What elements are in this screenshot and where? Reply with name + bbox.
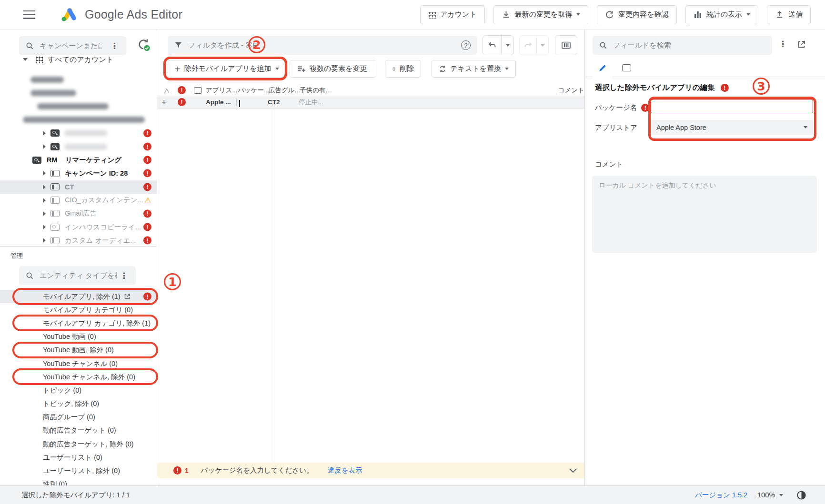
error-badge: ! [143, 183, 151, 191]
help-icon[interactable]: ? [461, 40, 471, 50]
entity-type-item[interactable]: 動的広告ターゲット (0) ! [0, 424, 157, 437]
tree-item[interactable]: ! ⚠ [0, 86, 157, 99]
kebab-menu-icon[interactable]: ⋮ [108, 42, 121, 50]
tree-item[interactable]: カスタム オーディエ... ! ⚠ [0, 234, 157, 247]
column-header[interactable]: アプリス... [206, 86, 238, 95]
delete-button[interactable]: 削除 [385, 60, 421, 78]
entity-type-item[interactable]: YouTube 動画 (0) ! [0, 330, 157, 344]
tree-item[interactable]: CT ! ⚠ [0, 180, 157, 194]
entity-type-item[interactable]: モバイルアプリ, 除外 (1) ! [0, 290, 157, 303]
expand-caret-icon[interactable] [43, 171, 46, 176]
top-app-bar: Google Ads Editor アカウント 最新の変更を取得 変更内容を確認… [0, 0, 825, 30]
refresh-icon [605, 10, 614, 19]
sidebar-item-all-accounts[interactable]: すべてのアカウント [0, 53, 157, 66]
tree-item[interactable]: ! ⚠ [0, 73, 157, 86]
expand-caret-icon[interactable] [43, 185, 46, 189]
entity-type-label: YouTube 動画 (0) [43, 332, 96, 341]
kebab-menu-icon[interactable]: ⋮ [117, 272, 131, 280]
campaign-search-input[interactable]: キャンペーンまたは広... ⋮ [19, 36, 126, 55]
column-header[interactable]: コメント [558, 86, 584, 95]
app-store-select[interactable]: Apple App Store [651, 120, 813, 135]
expand-caret-icon[interactable] [43, 225, 46, 229]
tab-comments[interactable] [618, 59, 635, 77]
entity-type-item[interactable]: YouTube チャンネル (0) ! [0, 357, 157, 370]
entity-type-item[interactable]: YouTube 動画, 除外 (0) ! [0, 344, 157, 357]
chevron-down-icon[interactable] [568, 467, 578, 474]
get-recent-changes-button[interactable]: 最新の変更を取得 [493, 5, 589, 24]
add-negative-mobile-app-button[interactable]: + 除外モバイルアプリを追加 [168, 60, 285, 78]
caret-down-icon[interactable] [746, 13, 750, 16]
table-row[interactable]: + ! Apple ... CT2 停止中... [157, 96, 584, 109]
entity-type-item[interactable]: 動的広告ターゲット, 除外 (0) ! [0, 437, 157, 451]
column-header[interactable]: 広告グル... [269, 86, 300, 95]
tree-item[interactable]: ! ⚠ [0, 140, 157, 153]
display-campaign-icon [50, 170, 60, 177]
column-header[interactable]: パッケー... [238, 86, 269, 95]
hamburger-menu-icon[interactable] [23, 10, 35, 19]
caret-down-icon[interactable] [275, 68, 279, 70]
expand-caret-icon[interactable] [43, 131, 46, 136]
post-button-label: 送信 [788, 10, 803, 19]
change-status-icon[interactable]: △ [157, 87, 173, 94]
entity-type-search-input[interactable]: エンティティ タイプを検索 ⋮ [19, 266, 136, 285]
edit-multiple-button[interactable]: 複数の要素を変更 [290, 60, 376, 78]
expand-caret-icon[interactable] [43, 238, 46, 243]
undo-button[interactable] [483, 35, 514, 55]
comment-column-icon[interactable] [194, 87, 202, 94]
view-violations-link[interactable]: 違反を表示 [328, 466, 362, 475]
caret-down-icon[interactable] [576, 13, 580, 16]
expand-caret-icon[interactable] [43, 144, 46, 149]
warning-icon: ⚠ [144, 196, 151, 204]
tree-item[interactable]: CIO_カスタムインテン... ! ⚠ [0, 194, 157, 207]
expand-caret-icon[interactable] [43, 211, 46, 216]
external-link-icon[interactable] [124, 293, 131, 300]
undo-dropdown[interactable] [501, 36, 513, 55]
check-changes-button[interactable]: 変更内容を確認 [597, 5, 676, 24]
accounts-button[interactable]: アカウント [420, 5, 485, 24]
tree-item-label: CIO_カスタムインテン... [65, 196, 143, 205]
column-header[interactable]: 子供の有... [300, 86, 558, 95]
view-statistics-button[interactable]: 統計の表示 [685, 5, 758, 24]
package-name-input[interactable] [651, 99, 813, 113]
dark-mode-icon[interactable] [796, 490, 806, 500]
replace-icon [439, 65, 446, 73]
tree-item[interactable]: キャンペーン ID: 28 ! ⚠ [0, 167, 157, 180]
app-store-label: アプリストア [595, 124, 637, 131]
tree-item[interactable]: インハウスコピーライ... ! ⚠ [0, 220, 157, 234]
replace-text-button[interactable]: テキストを置換 [432, 60, 516, 78]
tab-divider [585, 77, 825, 77]
entity-type-item[interactable]: ユーザーリスト (0) ! [0, 451, 157, 464]
entity-type-item[interactable]: モバイルアプリ カテゴリ (0) ! [0, 303, 157, 316]
comment-textarea[interactable]: ローカル コメントを追加してください [592, 176, 817, 253]
version-link[interactable]: バージョン 1.5.2 [695, 491, 747, 500]
entity-type-item[interactable]: 性別 (0) ! [0, 478, 157, 485]
tree-item[interactable]: Gmail広告 ! ⚠ [0, 207, 157, 220]
tree-item[interactable]: ! ⚠ [0, 113, 157, 127]
tab-edit[interactable] [593, 59, 613, 77]
error-column-icon[interactable]: ! [178, 86, 186, 94]
entity-type-item[interactable]: ユーザーリスト, 除外 (0) ! [0, 464, 157, 477]
expand-caret-icon[interactable] [43, 198, 46, 203]
sync-status-icon[interactable] [136, 38, 151, 52]
entity-type-item[interactable]: トピック (0) ! [0, 384, 157, 397]
entity-type-item[interactable]: 商品グループ (0) ! [0, 411, 157, 424]
collapse-caret-icon[interactable] [23, 58, 28, 61]
filter-input[interactable]: フィルタを作成 - ⌘F ? [168, 36, 477, 55]
package-name-cell-input[interactable] [236, 98, 237, 106]
entity-type-item[interactable]: トピック, 除外 (0) ! [0, 397, 157, 411]
tree-item[interactable]: RM__リマーケティング ! ⚠ [0, 153, 157, 167]
entity-type-item[interactable]: YouTube チャンネル, 除外 (0) ! [0, 370, 157, 384]
stats-icon [694, 10, 702, 19]
cell-app: Apple ... [206, 99, 236, 106]
kebab-menu-icon[interactable]: ⋮ [776, 40, 790, 48]
entity-type-item[interactable]: モバイルアプリ カテゴリ, 除外 (1) ! [0, 316, 157, 330]
zoom-control[interactable]: 100% [757, 491, 783, 499]
redacted-text [64, 144, 107, 150]
open-in-new-icon[interactable] [797, 40, 806, 49]
caret-down-icon[interactable] [505, 68, 509, 70]
tree-item[interactable]: ! ⚠ [0, 99, 157, 113]
post-button[interactable]: 送信 [767, 5, 811, 24]
tree-item[interactable]: ! ⚠ [0, 127, 157, 140]
field-search-input[interactable]: フィールドを検索 [593, 36, 772, 55]
columns-button[interactable] [555, 35, 577, 55]
